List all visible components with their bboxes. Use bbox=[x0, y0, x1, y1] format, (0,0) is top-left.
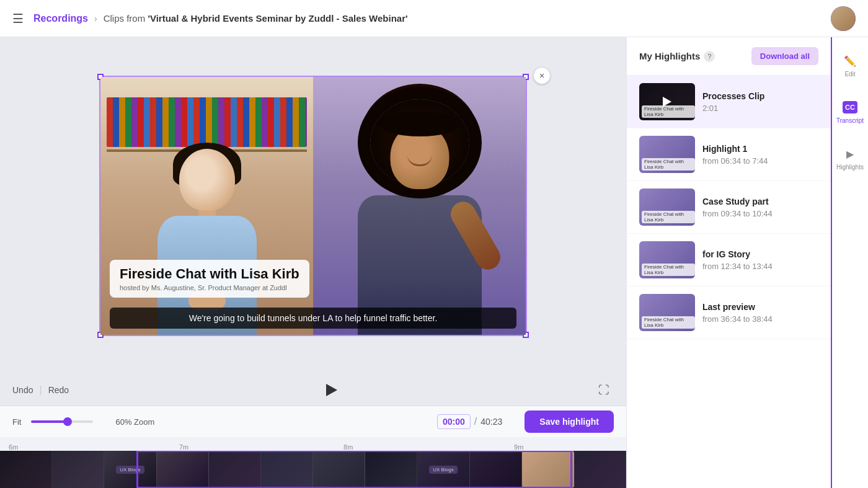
highlight-name: Highlight 1 bbox=[702, 144, 818, 154]
fit-label: Fit bbox=[12, 417, 21, 427]
scene-right bbox=[313, 77, 526, 335]
edit-label: Edit bbox=[844, 71, 855, 78]
time-separator: / bbox=[474, 416, 477, 427]
selection-right-handle[interactable] bbox=[570, 451, 572, 488]
zoom-slider-container bbox=[31, 420, 105, 423]
recordings-link[interactable]: Recordings bbox=[33, 13, 88, 24]
caption-bar: We're going to build tunnels under LA to… bbox=[110, 308, 516, 329]
download-all-button[interactable]: Download all bbox=[751, 47, 818, 65]
thumb-label: Fireside Chat with Lisa Kirb bbox=[642, 158, 695, 171]
breadcrumb-title: 'Virtual & Hybrid Events Seminar by Zudd… bbox=[148, 13, 407, 24]
highlights-icon-item[interactable]: ▶ Highlights bbox=[833, 143, 867, 174]
highlight-info: Case Study part from 09:34 to 10:44 bbox=[702, 197, 818, 218]
edit-icon-item[interactable]: ✏️ Edit bbox=[839, 50, 861, 81]
highlight-time: 2:01 bbox=[702, 104, 818, 113]
side-icons-panel: ✏️ Edit CC Transcript ▶ Highlights bbox=[831, 37, 868, 488]
thumb-label: Fireside Chat with Lisa Kirb bbox=[642, 211, 695, 223]
highlight-list: Fireside Chat with Lisa Kirb Processes C… bbox=[627, 76, 831, 339]
menu-icon[interactable]: ☰ bbox=[12, 11, 24, 26]
highlight-thumbnail: Fireside Chat with Lisa Kirb bbox=[639, 189, 695, 226]
redo-button[interactable]: Redo bbox=[48, 385, 69, 395]
play-icon bbox=[326, 384, 337, 396]
highlights-play-icon: ▶ bbox=[843, 146, 857, 161]
highlight-info: for IG Story from 12:34 to 13:44 bbox=[702, 249, 818, 271]
thumb-1 bbox=[0, 451, 52, 488]
timeline-strip[interactable]: UX Blogs UX Blogs bbox=[0, 451, 626, 488]
fullscreen-button[interactable]: ⛶ bbox=[594, 380, 614, 400]
highlight-item[interactable]: Fireside Chat with Lisa Kirb Case Study … bbox=[627, 181, 831, 234]
header: ☰ Recordings › Clips from 'Virtual & Hyb… bbox=[0, 0, 868, 37]
fullscreen-icon: ⛶ bbox=[598, 384, 609, 397]
thumb-label: Fireside Chat with Lisa Kirb bbox=[642, 316, 695, 329]
main-content: × bbox=[0, 37, 868, 488]
total-time: 40:23 bbox=[480, 417, 502, 427]
highlight-item[interactable]: Fireside Chat with Lisa Kirb for IG Stor… bbox=[627, 234, 831, 286]
avatar-image bbox=[831, 6, 856, 31]
video-viewport: × bbox=[0, 37, 626, 375]
highlight-name: for IG Story bbox=[702, 249, 818, 259]
ruler-ticks bbox=[9, 446, 618, 451]
highlights-panel: My Highlights ? Download all Fireside Ch… bbox=[626, 37, 831, 488]
zoom-slider[interactable] bbox=[31, 420, 93, 423]
time-display: 00:00 / 40:23 bbox=[437, 414, 502, 429]
highlight-time: from 09:34 to 10:44 bbox=[702, 209, 818, 218]
transcript-label: Transcript bbox=[836, 117, 864, 124]
timeline-ruler: 6m 7m 8m 9m bbox=[0, 437, 626, 451]
highlight-time: from 36:34 to 38:44 bbox=[702, 314, 818, 324]
video-title: Fireside Chat with Lisa Kirb bbox=[120, 266, 299, 282]
highlight-info: Highlight 1 from 06:34 to 7:44 bbox=[702, 144, 818, 166]
controls-divider: | bbox=[39, 384, 42, 396]
highlight-info: Last preview from 36:34 to 38:44 bbox=[702, 302, 818, 324]
highlight-name: Last preview bbox=[702, 302, 818, 312]
highlight-time: from 12:34 to 13:44 bbox=[702, 262, 818, 271]
highlights-title-row: My Highlights ? bbox=[639, 51, 715, 62]
timeline-controls: Fit 60% Zoom 00:00 / 40:23 Save highligh… bbox=[0, 406, 626, 437]
timeline-area: Fit 60% Zoom 00:00 / 40:23 Save highligh… bbox=[0, 406, 626, 488]
highlights-title: My Highlights bbox=[639, 51, 700, 61]
ruler-inner: 6m 7m 8m 9m bbox=[9, 437, 618, 451]
avatar[interactable] bbox=[831, 6, 856, 31]
video-frame: Fireside Chat with Lisa Kirb hosted by M… bbox=[100, 77, 526, 335]
video-controls: Undo | Redo ⛶ bbox=[0, 375, 626, 406]
highlight-thumbnail: Fireside Chat with Lisa Kirb bbox=[639, 83, 695, 120]
highlight-time: from 06:34 to 7:44 bbox=[702, 156, 818, 166]
breadcrumb-chevron: › bbox=[94, 14, 97, 24]
thumb-label: Fireside Chat with Lisa Kirb bbox=[642, 264, 695, 276]
undo-button[interactable]: Undo bbox=[12, 385, 33, 395]
thumb-2 bbox=[52, 451, 104, 488]
video-container: × bbox=[99, 76, 527, 336]
thumb-label: Fireside Chat with Lisa Kirb bbox=[642, 105, 695, 118]
cc-icon: CC bbox=[843, 100, 857, 115]
video-panel: × bbox=[0, 37, 626, 488]
video-title-overlay: Fireside Chat with Lisa Kirb hosted by M… bbox=[110, 260, 309, 298]
highlight-item[interactable]: Fireside Chat with Lisa Kirb Processes C… bbox=[627, 76, 831, 128]
highlight-info: Processes Clip 2:01 bbox=[702, 91, 818, 113]
highlight-item[interactable]: Fireside Chat with Lisa Kirb Last previe… bbox=[627, 286, 831, 339]
breadcrumb: Clips from 'Virtual & Hybrid Events Semi… bbox=[104, 13, 408, 24]
highlight-name: Case Study part bbox=[702, 197, 818, 206]
thumb-12 bbox=[574, 451, 626, 488]
breadcrumb-prefix: Clips from bbox=[104, 13, 148, 24]
selection-region[interactable] bbox=[138, 451, 572, 488]
highlights-label: Highlights bbox=[836, 164, 864, 171]
video-subtitle: hosted by Ms. Augustine, Sr. Product Man… bbox=[120, 284, 299, 291]
undo-redo-group: Undo | Redo bbox=[12, 384, 69, 396]
highlights-header: My Highlights ? Download all bbox=[627, 37, 831, 76]
highlight-name: Processes Clip bbox=[702, 91, 818, 101]
highlight-thumbnail: Fireside Chat with Lisa Kirb bbox=[639, 136, 695, 173]
highlight-thumbnail: Fireside Chat with Lisa Kirb bbox=[639, 241, 695, 278]
play-button[interactable] bbox=[321, 379, 343, 401]
current-time[interactable]: 00:00 bbox=[437, 414, 471, 429]
cc-box: CC bbox=[843, 101, 857, 113]
edit-icon: ✏️ bbox=[843, 53, 857, 68]
transcript-icon-item[interactable]: CC Transcript bbox=[833, 96, 867, 128]
zoom-label: 60% Zoom bbox=[115, 417, 154, 427]
highlight-thumbnail: Fireside Chat with Lisa Kirb bbox=[639, 294, 695, 331]
highlight-item[interactable]: Fireside Chat with Lisa Kirb Highlight 1… bbox=[627, 128, 831, 181]
close-button[interactable]: × bbox=[533, 67, 551, 84]
save-highlight-button[interactable]: Save highlight bbox=[525, 410, 614, 433]
caption-text: We're going to build tunnels under LA to… bbox=[189, 313, 438, 323]
help-icon[interactable]: ? bbox=[704, 51, 715, 62]
